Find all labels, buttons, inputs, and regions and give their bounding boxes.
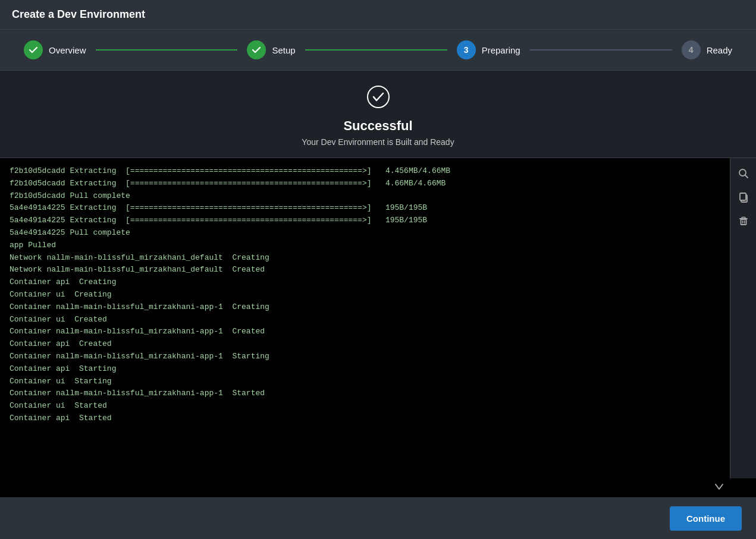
main-area: f2b10d5dcadd Extracting [===============… xyxy=(0,158,756,478)
search-button[interactable] xyxy=(733,163,754,184)
terminal-line: Container ui Starting xyxy=(10,376,720,388)
terminal-line: app Pulled xyxy=(10,239,720,252)
success-subtitle: Your Dev Environment is Built and Ready xyxy=(12,137,744,147)
terminal-line: Container nallm-main-blissful_mirzakhani… xyxy=(10,387,720,400)
terminal-line: f2b10d5dcadd Extracting [===============… xyxy=(10,165,720,178)
connector-1 xyxy=(96,49,238,51)
svg-point-0 xyxy=(368,86,389,108)
step-label-setup: Setup xyxy=(272,45,295,55)
step-setup: Setup xyxy=(247,40,295,59)
svg-line-2 xyxy=(745,175,748,178)
terminal-line: Container ui Creating xyxy=(10,289,720,301)
terminal-line: Container ui Started xyxy=(10,400,720,412)
success-icon xyxy=(12,85,744,114)
step-label-ready: Ready xyxy=(707,45,732,55)
terminal-line: Container api Creating xyxy=(10,276,720,289)
terminal-line: 5a4e491a4225 Extracting [===============… xyxy=(10,215,720,227)
terminal-line: Container nallm-main-blissful_mirzakhani… xyxy=(10,301,720,314)
terminal-line: Network nallm-main-blissful_mirzakhani_d… xyxy=(10,264,720,276)
scroll-indicator xyxy=(0,478,756,497)
svg-rect-4 xyxy=(740,193,746,200)
terminal-line: Container api Starting xyxy=(10,363,720,376)
step-label-preparing: Preparing xyxy=(482,45,520,55)
delete-button[interactable] xyxy=(733,210,754,232)
step-circle-setup xyxy=(247,40,266,59)
terminal-line: f2b10d5dcadd Extracting [===============… xyxy=(10,178,720,190)
step-circle-ready: 4 xyxy=(682,40,701,59)
terminal-line: Container api Created xyxy=(10,338,720,351)
success-title: Successful xyxy=(12,118,744,134)
terminal-line: Network nallm-main-blissful_mirzakhani_d… xyxy=(10,252,720,264)
connector-2 xyxy=(305,49,447,51)
stepper: Overview Setup 3 Preparing 4 Ready xyxy=(0,30,756,71)
step-circle-preparing: 3 xyxy=(457,40,476,59)
step-overview: Overview xyxy=(24,40,86,59)
success-banner: Successful Your Dev Environment is Built… xyxy=(0,71,756,158)
terminal-line: f2b10d5dcadd Pull complete xyxy=(10,190,720,203)
connector-3 xyxy=(530,49,672,51)
step-circle-overview xyxy=(24,40,43,59)
terminal-line: Container ui Created xyxy=(10,314,720,326)
svg-rect-5 xyxy=(741,219,746,225)
terminal-line: 5a4e491a4225 Pull complete xyxy=(10,227,720,239)
continue-button[interactable]: Continue xyxy=(670,506,742,531)
terminal-line: Container nallm-main-blissful_mirzakhani… xyxy=(10,326,720,338)
page-title: Create a Dev Environment xyxy=(12,8,744,21)
copy-button[interactable] xyxy=(733,187,754,208)
terminal-line: 5a4e491a4225 Extracting [===============… xyxy=(10,202,720,215)
terminal-line: Container nallm-main-blissful_mirzakhani… xyxy=(10,351,720,363)
terminal-line: Container api Started xyxy=(10,412,720,425)
sidebar-icons xyxy=(730,158,756,478)
step-ready: 4 Ready xyxy=(682,40,732,59)
step-label-overview: Overview xyxy=(49,45,86,55)
terminal-output: f2b10d5dcadd Extracting [===============… xyxy=(0,158,730,478)
footer: Continue xyxy=(0,497,756,539)
scroll-down-icon xyxy=(713,481,725,493)
step-preparing: 3 Preparing xyxy=(457,40,520,59)
page-header: Create a Dev Environment xyxy=(0,0,756,30)
